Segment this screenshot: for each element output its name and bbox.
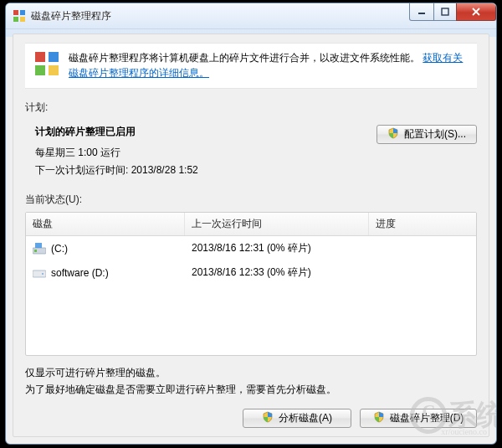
disk-last-run: 2013/8/16 12:33 (0% 碎片) (185, 265, 369, 280)
svg-rect-2 (13, 17, 18, 22)
table-header: 磁盘 上一次运行时间 进度 (26, 213, 476, 236)
minimize-icon (417, 8, 426, 16)
disk-table: 磁盘 上一次运行时间 进度 (C:) 2013/8/16 12:31 (0% 碎… (25, 212, 477, 356)
analyze-disk-label: 分析磁盘(A) (279, 411, 332, 425)
titlebar: 磁盘碎片整理程序 (6, 3, 496, 29)
os-drive-icon (33, 243, 46, 255)
defrag-info-icon (33, 50, 60, 81)
svg-rect-0 (13, 10, 18, 15)
shield-icon (387, 127, 399, 142)
configure-schedule-label: 配置计划(S)... (404, 127, 466, 142)
maximize-icon (441, 8, 449, 16)
window: 磁盘碎片整理程序 (5, 3, 497, 445)
svg-point-14 (42, 273, 44, 275)
schedule-line-next: 下一次计划运行时间: 2013/8/28 1:52 (35, 163, 376, 178)
svg-rect-4 (418, 13, 425, 14)
schedule-text: 计划的碎片整理已启用 每星期三 1:00 运行 下一次计划运行时间: 2013/… (35, 125, 376, 181)
svg-rect-9 (49, 65, 59, 75)
svg-rect-3 (20, 17, 25, 22)
svg-rect-12 (35, 243, 42, 248)
window-controls (410, 3, 496, 28)
watermark: C 系统 xr/oucieno.co (410, 396, 497, 435)
info-banner: 磁盘碎片整理程序将计算机硬盘上的碎片文件进行合并，以改进文件系统性能。 获取有关… (25, 43, 477, 89)
svg-rect-11 (34, 250, 37, 252)
configure-schedule-button[interactable]: 配置计划(S)... (376, 125, 477, 144)
defrag-app-icon (13, 9, 26, 23)
disk-last-run: 2013/8/16 12:31 (0% 碎片) (185, 241, 369, 255)
shield-icon (373, 411, 385, 425)
drive-icon (33, 267, 46, 279)
col-last-run[interactable]: 上一次运行时间 (185, 213, 369, 235)
schedule-line-frequency: 每星期三 1:00 运行 (35, 146, 376, 160)
maximize-button[interactable] (433, 3, 457, 21)
watermark-sub: xr/oucieno.co (441, 427, 487, 436)
minimize-button[interactable] (409, 3, 434, 21)
window-title: 磁盘碎片整理程序 (31, 9, 410, 23)
close-icon (471, 8, 481, 16)
action-buttons: 分析磁盘(A) 磁盘碎片整理(D) (25, 409, 477, 428)
svg-rect-13 (33, 270, 46, 277)
status-section-label: 当前状态(U): (25, 193, 477, 207)
schedule-section-label: 计划: (25, 100, 477, 115)
col-progress[interactable]: 进度 (369, 213, 476, 235)
disk-name: (C:) (51, 243, 68, 255)
svg-rect-5 (442, 8, 448, 15)
svg-rect-1 (20, 10, 25, 15)
shield-icon (262, 411, 274, 425)
content-area: 磁盘碎片整理程序将计算机硬盘上的碎片文件进行合并，以改进文件系统性能。 获取有关… (13, 33, 489, 437)
schedule-heading: 计划的碎片整理已启用 (35, 125, 376, 139)
note-line-1: 仅显示可进行碎片整理的磁盘。 (25, 366, 477, 380)
disk-name: software (D:) (51, 267, 109, 279)
note-line-2: 为了最好地确定磁盘是否需要立即进行碎片整理，需要首先分析磁盘。 (25, 383, 477, 397)
svg-rect-8 (35, 65, 45, 75)
close-button[interactable] (456, 3, 496, 21)
table-row[interactable]: (C:) 2013/8/16 12:31 (0% 碎片) (26, 236, 476, 260)
svg-rect-7 (49, 52, 59, 62)
svg-rect-6 (35, 52, 45, 62)
table-row[interactable]: software (D:) 2013/8/16 12:33 (0% 碎片) (26, 260, 476, 285)
info-text-wrap: 磁盘碎片整理程序将计算机硬盘上的碎片文件进行合并，以改进文件系统性能。 获取有关… (69, 50, 469, 80)
schedule-block: 计划的碎片整理已启用 每星期三 1:00 运行 下一次计划运行时间: 2013/… (25, 120, 477, 181)
analyze-disk-button[interactable]: 分析磁盘(A) (243, 409, 351, 428)
col-disk[interactable]: 磁盘 (26, 213, 185, 235)
info-text: 磁盘碎片整理程序将计算机硬盘上的碎片文件进行合并，以改进文件系统性能。 (69, 52, 420, 64)
